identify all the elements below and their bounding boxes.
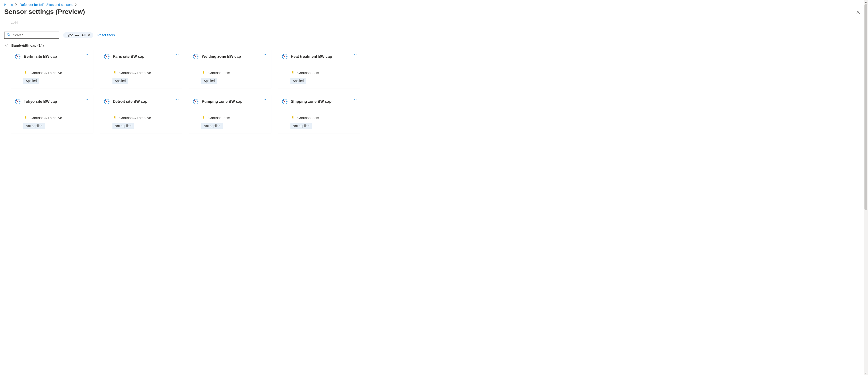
status-badge: Applied: [290, 78, 306, 84]
gauge-icon: [15, 99, 21, 104]
scrollbar[interactable]: ▲ ▼: [864, 0, 868, 375]
status-badge: Not applied: [290, 123, 312, 129]
breadcrumb-link-sites[interactable]: Defender for IoT | Sites and sensors: [20, 3, 72, 7]
svg-point-0: [7, 33, 9, 36]
status-badge: Applied: [201, 78, 217, 84]
add-button-label: Add: [11, 21, 18, 25]
card-more-button[interactable]: ···: [86, 52, 90, 57]
status-badge: Applied: [113, 78, 128, 84]
group-title: Bandwidth cap (14): [11, 43, 44, 48]
gauge-icon: [104, 54, 110, 59]
gauge-icon: [15, 54, 21, 59]
group-toggle-bandwidth-cap[interactable]: Bandwidth cap (14): [4, 40, 864, 50]
gauge-icon: [104, 99, 110, 104]
card-more-button[interactable]: ···: [175, 52, 179, 57]
chevron-right-icon: [75, 3, 77, 6]
chevron-down-icon: [5, 44, 8, 47]
setting-card[interactable]: ···Welding zone BW capContoso testsAppli…: [189, 50, 271, 88]
card-more-button[interactable]: ···: [264, 52, 268, 57]
card-subscription: Contoso Automotive: [30, 71, 62, 75]
gauge-icon: [193, 54, 198, 59]
search-icon: [7, 33, 10, 37]
key-icon: [24, 71, 28, 75]
setting-card[interactable]: ···Paris site BW capContoso AutomotiveAp…: [100, 50, 183, 88]
card-subscription: Contoso tests: [298, 116, 319, 120]
setting-card[interactable]: ···Heat treatment BW capContoso testsApp…: [278, 50, 361, 88]
key-icon: [291, 71, 295, 75]
scroll-thumb[interactable]: [865, 4, 867, 210]
breadcrumb-link-home[interactable]: Home: [4, 3, 13, 7]
status-badge: Not applied: [113, 123, 134, 129]
card-subscription: Contoso tests: [208, 71, 230, 75]
add-button[interactable]: Add: [5, 21, 18, 25]
card-more-button[interactable]: ···: [264, 97, 268, 102]
key-icon: [202, 71, 206, 75]
card-title: Paris site BW cap: [113, 55, 145, 59]
setting-card[interactable]: ···Detroit site BW capContoso Automotive…: [100, 95, 183, 133]
key-icon: [113, 71, 117, 75]
setting-card[interactable]: ···Berlin site BW capContoso AutomotiveA…: [11, 50, 93, 88]
scroll-down-icon[interactable]: ▼: [865, 372, 867, 375]
card-more-button[interactable]: ···: [175, 97, 179, 102]
filter-pill-operator: ==: [75, 33, 80, 37]
filter-pill-value: All: [81, 33, 86, 37]
card-subscription: Contoso Automotive: [30, 116, 62, 120]
card-more-button[interactable]: ···: [86, 97, 90, 102]
card-more-button[interactable]: ···: [353, 97, 357, 102]
close-button[interactable]: [856, 10, 860, 15]
filter-pill-type[interactable]: Type == All: [63, 32, 93, 38]
gauge-icon: [193, 99, 198, 104]
page-more-button[interactable]: ···: [88, 10, 93, 15]
plus-icon: [5, 21, 9, 25]
card-title: Detroit site BW cap: [113, 99, 148, 104]
filter-pill-clear[interactable]: [88, 34, 90, 36]
key-icon: [202, 116, 206, 120]
card-title: Heat treatment BW cap: [291, 55, 332, 59]
status-badge: Not applied: [23, 123, 45, 129]
card-title: Berlin site BW cap: [24, 55, 57, 59]
card-title: Welding zone BW cap: [202, 55, 241, 59]
card-more-button[interactable]: ···: [353, 52, 357, 57]
setting-card[interactable]: ···Pumping zone BW capContoso testsNot a…: [189, 95, 271, 133]
search-input[interactable]: [12, 33, 56, 37]
search-input-wrapper[interactable]: [4, 32, 59, 39]
status-badge: Not applied: [201, 123, 223, 129]
key-icon: [113, 116, 117, 120]
gauge-icon: [282, 99, 288, 104]
gauge-icon: [282, 54, 288, 59]
key-icon: [291, 116, 295, 120]
card-subscription: Contoso tests: [208, 116, 230, 120]
card-subscription: Contoso tests: [298, 71, 319, 75]
scroll-up-icon[interactable]: ▲: [865, 0, 867, 3]
card-title: Shipping zone BW cap: [291, 99, 332, 104]
breadcrumb: Home Defender for IoT | Sites and sensor…: [4, 3, 864, 7]
status-badge: Applied: [23, 78, 39, 84]
setting-card[interactable]: ···Shipping zone BW capContoso testsNot …: [278, 95, 361, 133]
page-title: Sensor settings (Preview): [4, 8, 85, 15]
reset-filters-link[interactable]: Reset filters: [97, 33, 115, 37]
chevron-right-icon: [15, 3, 17, 6]
card-subscription: Contoso Automotive: [120, 116, 151, 120]
card-subscription: Contoso Automotive: [120, 71, 151, 75]
filter-pill-label: Type: [66, 33, 73, 37]
card-title: Tokyo site BW cap: [24, 99, 57, 104]
setting-card[interactable]: ···Tokyo site BW capContoso AutomotiveNo…: [11, 95, 93, 133]
key-icon: [24, 116, 28, 120]
card-title: Pumping zone BW cap: [202, 99, 242, 104]
